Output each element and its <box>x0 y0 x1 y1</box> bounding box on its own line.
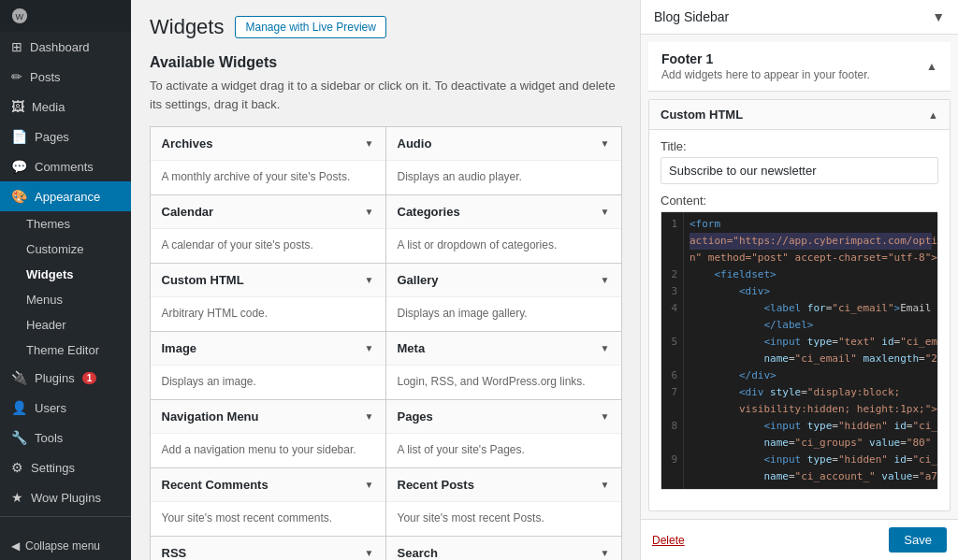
svg-text:W: W <box>16 12 24 22</box>
save-button[interactable]: Save <box>889 527 947 553</box>
title-field-label: Title: <box>660 139 938 153</box>
content-field-label: Content: <box>660 194 938 208</box>
sidebar-item-wow-plugins[interactable]: ★ Wow Plugins <box>0 482 131 512</box>
custom-html-header: Custom HTML ▲ <box>649 100 950 130</box>
widget-title-recent-posts: Recent Posts <box>398 478 474 492</box>
line-number <box>667 233 677 250</box>
widget-header-archives: Archives ▼ <box>151 127 385 161</box>
code-content: <formaction="https://app.cyberimpact.com… <box>684 212 937 489</box>
sidebar-item-dashboard[interactable]: ⊞ Dashboard <box>0 32 131 62</box>
widget-chevron-custom-html: ▼ <box>365 275 374 285</box>
posts-icon: ✏ <box>11 69 22 84</box>
sidebar-item-pages[interactable]: 📄 Pages <box>0 122 131 151</box>
sidebar-sub-themes[interactable]: Themes <box>0 211 131 237</box>
widget-archives[interactable]: Archives ▼ A monthly archive of your sit… <box>150 126 386 195</box>
code-line: name="ci_groups" value="80" /> <box>689 435 932 452</box>
sidebar-sub-widgets[interactable]: Widgets <box>0 262 131 287</box>
widget-desc-gallery: Displays an image gallery. <box>386 297 621 331</box>
widget-title-calendar: Calendar <box>162 205 214 219</box>
tools-icon: 🔧 <box>11 430 27 445</box>
title-input[interactable] <box>660 157 938 184</box>
footer-collapse-icon[interactable]: ▲ <box>926 60 937 73</box>
content-area: Widgets Manage with Live Preview Availab… <box>131 0 958 560</box>
widget-navigation-menu[interactable]: Navigation Menu ▼ Add a navigation menu … <box>150 399 386 468</box>
widget-audio[interactable]: Audio ▼ Displays an audio player. <box>385 126 622 195</box>
sidebar-sub-customize[interactable]: Customize <box>0 237 131 262</box>
widget-title-recent-comments: Recent Comments <box>162 478 269 492</box>
sidebar-item-tools[interactable]: 🔧 Tools <box>0 423 131 452</box>
widget-chevron-audio: ▼ <box>601 138 610 149</box>
widget-recent-comments[interactable]: Recent Comments ▼ Your site's most recen… <box>150 467 386 537</box>
sidebar-sub-header[interactable]: Header <box>0 312 131 337</box>
widget-desc-image: Displays an image. <box>151 366 385 399</box>
sidebar-item-plugins[interactable]: 🔌 Plugins 1 <box>0 363 131 393</box>
widget-calendar[interactable]: Calendar ▼ A calendar of your site's pos… <box>150 194 386 264</box>
line-numbers: 123456789 <box>661 212 684 489</box>
widget-title-rss: RSS <box>162 546 187 560</box>
line-number: 7 <box>667 384 677 401</box>
code-line: visibility:hidden; height:1px;"> <box>689 401 932 418</box>
appearance-icon: 🎨 <box>11 189 27 204</box>
blog-sidebar-chevron-icon: ▼ <box>932 9 945 24</box>
widget-header-calendar: Calendar ▼ <box>151 195 385 229</box>
footer-section-wrapper: Footer 1 Add widgets here to appear in y… <box>641 35 958 92</box>
sidebar-sub-theme-editor[interactable]: Theme Editor <box>0 337 131 363</box>
line-number: 5 <box>667 334 677 351</box>
delete-button[interactable]: Delete <box>652 534 685 547</box>
widget-meta[interactable]: Meta ▼ Login, RSS, and WordPress.org lin… <box>385 331 622 400</box>
widget-gallery[interactable]: Gallery ▼ Displays an image gallery. <box>385 263 622 332</box>
code-line: name="ci_account_" value="a78efaf-38d9- <box>689 468 932 485</box>
code-line: </div> <box>689 367 932 384</box>
widget-rss[interactable]: RSS ▼ Entries from any RSS or Atom feed. <box>150 536 386 561</box>
widget-chevron-image: ▼ <box>365 343 374 353</box>
widget-recent-posts[interactable]: Recent Posts ▼ Your site's most recent P… <box>385 467 622 537</box>
widgets-panel: Widgets Manage with Live Preview Availab… <box>131 0 640 560</box>
custom-html-body: Title: Content: 123456789 <formaction="h… <box>649 130 950 499</box>
widget-chevron-pages: ▼ <box>601 411 610 422</box>
sidebar-item-settings[interactable]: ⚙ Settings <box>0 452 131 482</box>
widget-title-search: Search <box>398 546 438 560</box>
sidebar-sub-menus[interactable]: Menus <box>0 287 131 312</box>
widget-image[interactable]: Image ▼ Displays an image. <box>150 331 386 400</box>
widget-desc-navigation-menu: Add a navigation menu to your sidebar. <box>151 434 385 467</box>
widget-header-custom-html: Custom HTML ▼ <box>151 264 385 297</box>
settings-icon: ⚙ <box>11 460 23 475</box>
line-number: 1 <box>667 216 677 233</box>
widget-title-meta: Meta <box>398 341 426 355</box>
widget-desc-categories: A list or dropdown of categories. <box>386 229 621 263</box>
widget-desc-audio: Displays an audio player. <box>386 161 621 194</box>
plugins-badge: 1 <box>82 372 97 384</box>
widget-desc-recent-comments: Your site's most recent comments. <box>151 502 385 536</box>
collapse-menu-button[interactable]: ◀ Collapse menu <box>0 532 131 560</box>
widget-search[interactable]: Search ▼ A search form for your site. <box>385 536 622 561</box>
plugins-icon: 🔌 <box>11 370 27 385</box>
code-editor[interactable]: 123456789 <formaction="https://app.cyber… <box>660 211 938 490</box>
blog-sidebar-selector[interactable]: Blog Sidebar ▼ <box>641 0 958 35</box>
footer-info: Footer 1 Add widgets here to appear in y… <box>661 51 870 81</box>
sidebar-item-users[interactable]: 👤 Users <box>0 393 131 423</box>
widget-custom-html[interactable]: Custom HTML ▼ Arbitrary HTML code. <box>150 263 386 332</box>
widgets-grid: Archives ▼ A monthly archive of your sit… <box>150 126 621 560</box>
sidebar-item-appearance[interactable]: 🎨 Appearance <box>0 181 131 211</box>
widget-categories[interactable]: Categories ▼ A list or dropdown of categ… <box>385 194 622 264</box>
widget-chevron-categories: ▼ <box>601 207 610 217</box>
widget-title-categories: Categories <box>398 205 460 219</box>
custom-html-panel: Custom HTML ▲ Title: Content: 123456789 … <box>648 99 951 511</box>
code-line: n" method="post" accept-charset="utf-8"> <box>689 250 932 266</box>
widget-pages[interactable]: Pages ▼ A list of your site's Pages. <box>385 399 622 468</box>
sidebar-item-comments[interactable]: 💬 Comments <box>0 151 131 181</box>
code-line: <fieldset> <box>689 266 932 283</box>
sidebar: W ⊞ Dashboard ✏ Posts 🖼 Media 📄 Pages 💬 … <box>0 0 131 560</box>
custom-html-collapse-icon[interactable]: ▲ <box>928 109 938 121</box>
line-number <box>667 351 677 367</box>
widget-chevron-rss: ▼ <box>365 548 374 558</box>
code-lines: 123456789 <formaction="https://app.cyber… <box>661 212 937 489</box>
widget-title-custom-html: Custom HTML <box>162 273 244 287</box>
dashboard-icon: ⊞ <box>11 39 22 54</box>
manage-live-preview-button[interactable]: Manage with Live Preview <box>235 16 385 38</box>
sidebar-item-media[interactable]: 🖼 Media <box>0 92 131 122</box>
widget-chevron-recent-comments: ▼ <box>365 480 374 490</box>
widget-title-audio: Audio <box>398 136 432 151</box>
sidebar-item-posts[interactable]: ✏ Posts <box>0 62 131 92</box>
code-line: <input type="hidden" id="ci_groups" <box>689 418 932 435</box>
